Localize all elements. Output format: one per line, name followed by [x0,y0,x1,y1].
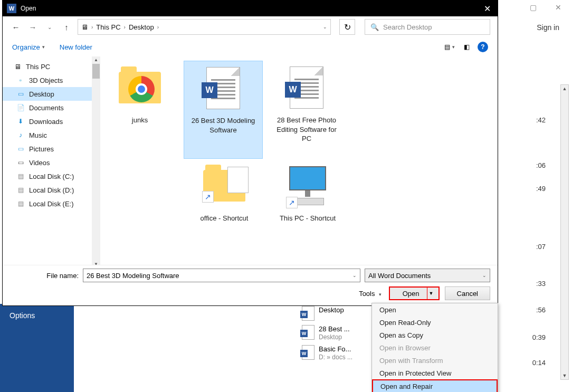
open-split-dropdown[interactable]: ▼ [427,288,435,299]
open-dropdown-menu: OpenOpen Read-OnlyOpen as CopyOpen in Br… [371,303,498,392]
menu-item-open[interactable]: Open [372,303,498,316]
file-label: 28 Best Free Photo Editing Software for … [272,116,341,144]
sign-in-link[interactable]: Sign in [503,15,572,32]
file-type-filter[interactable]: All Word Documents ⌄ [365,269,490,282]
sidebar-item-label: Documents [29,104,64,112]
dialog-titlebar[interactable]: W Open ✕ [3,1,498,16]
toolbar: Organize▾ New folder ▤ ▾ ◧ ? [3,37,498,56]
sidebar-item-desktop[interactable]: Desktop [3,87,100,101]
pc-shortcut-icon: ↗ [284,162,331,209]
sidebar-item-3d-objects[interactable]: 3D Objects [3,73,100,87]
folder-chrome-icon [116,64,164,111]
forward-button[interactable]: → [27,21,39,33]
filename-dropdown-icon[interactable]: ⌄ [352,273,357,278]
pc-icon [13,62,22,71]
sidebar-item-label: Videos [29,159,50,167]
sidebar-item-documents[interactable]: Documents [3,101,100,114]
menu-item-open-as-copy[interactable]: Open as Copy [372,329,498,341]
mus-icon [16,131,25,139]
folder-shortcut-icon: ↗ [201,162,248,209]
sidebar-tree: This PC3D ObjectsDesktopDocumentsDownloa… [3,56,100,267]
disk-icon [16,199,25,208]
file-item[interactable]: W26 Best 3D Modeling Software [184,61,263,159]
file-item[interactable]: ↗office - Shortcut [185,159,264,257]
sidebar-item-label: This PC [26,63,50,71]
parent-close-button[interactable]: ✕ [548,2,569,13]
file-item[interactable]: junks [100,61,179,159]
open-file-dialog: W Open ✕ ← → ⌄ ↑ 🖥 › This PC › Desktop ›… [2,0,498,306]
disk-icon [16,172,25,180]
menu-item-open-and-repair[interactable]: Open and Repair [372,379,498,392]
dialog-close-button[interactable]: ✕ [476,1,498,16]
new-folder-button[interactable]: New folder [60,43,92,51]
search-placeholder: Search Desktop [383,23,432,31]
address-dropdown-icon[interactable]: ⌄ [323,24,327,30]
word-doc-icon [302,345,314,360]
dialog-title: Open [21,5,36,12]
recent-chevron-icon[interactable]: ⌄ [44,21,55,33]
file-name-input[interactable]: 26 Best 3D Modeling Software ⌄ [83,269,360,282]
sidebar-item-local-disk-e-[interactable]: Local Disk (E:) [3,197,100,211]
dialog-footer: File name: 26 Best 3D Modeling Software … [3,265,498,305]
file-item[interactable]: ↗This PC - Shortcut [268,159,347,257]
parent-scrollbar[interactable]: ▲ ▼ [560,84,569,380]
pic-icon [16,145,25,153]
sidebar-item-label: Local Disk (D:) [29,186,74,194]
open-button[interactable]: Open ▼ [389,286,440,300]
chevron-down-icon: ⌄ [482,273,487,278]
desk-icon [16,90,25,98]
sidebar-item-local-disk-c-[interactable]: Local Disk (C:) [3,169,100,183]
tools-dropdown[interactable]: Tools ▾ [359,290,382,298]
scroll-down-button[interactable]: ▼ [561,372,568,379]
address-bar[interactable]: 🖥 › This PC › Desktop › ⌄ [78,19,331,35]
options-item[interactable]: Options [9,311,64,320]
sidebar-item-label: Desktop [29,90,54,98]
dl-icon [16,117,25,126]
word-icon: W [199,64,247,112]
up-button[interactable]: ↑ [61,21,72,33]
search-icon: 🔍 [370,23,379,31]
preview-pane-button[interactable]: ◧ [461,41,472,53]
refresh-button[interactable]: ↻ [339,19,355,35]
sidebar-item-this-pc[interactable]: This PC [3,60,100,73]
help-button[interactable]: ? [478,42,488,52]
nav-row: ← → ⌄ ↑ 🖥 › This PC › Desktop › ⌄ ↻ 🔍 Se… [3,16,498,37]
sidebar-item-videos[interactable]: Videos [3,156,100,169]
file-item[interactable]: W28 Best Free Photo Editing Software for… [267,61,346,159]
view-mode-button[interactable]: ▤ ▾ [444,41,455,53]
menu-item-open-with-transform: Open with Transform [372,354,498,367]
recent-files-peek: Desktop 28 Best ... Desktop Basic Fo... … [302,306,376,365]
sidebar-item-local-disk-d-[interactable]: Local Disk (D:) [3,183,100,197]
parent-maximize-button[interactable]: ▢ [522,2,544,13]
menu-item-open-in-browser: Open in Browser [372,341,498,354]
sidebar-item-pictures[interactable]: Pictures [3,142,100,156]
word-app-icon: W [7,4,16,13]
back-button[interactable]: ← [10,21,22,33]
sidebar-item-label: Local Disk (E:) [29,200,74,208]
file-label: 26 Best 3D Modeling Software [189,116,258,135]
search-input[interactable]: 🔍 Search Desktop [365,19,490,35]
sidebar-item-downloads[interactable]: Downloads [3,114,100,128]
disk-icon [16,186,25,194]
file-label: junks [132,116,148,125]
organize-button[interactable]: Organize▾ [12,43,45,51]
word-doc-icon [302,306,314,321]
sidebar-item-label: Local Disk (C:) [29,173,74,180]
word-icon: W [283,64,330,111]
sidebar-item-label: Downloads [29,118,63,126]
file-grid[interactable]: junksW26 Best 3D Modeling SoftwareW28 Be… [100,56,498,267]
menu-item-open-in-protected-view[interactable]: Open in Protected View [372,367,498,379]
cancel-button[interactable]: Cancel [445,286,490,300]
file-label: office - Shortcut [201,214,249,223]
sidebar-scrollbar[interactable]: ▲ ▼ [92,56,100,267]
scrollbar-thumb[interactable] [92,64,100,79]
menu-item-open-read-only[interactable]: Open Read-Only [372,316,498,329]
sidebar-item-music[interactable]: Music [3,128,100,142]
backstage-left-panel: Options [0,304,74,392]
sidebar-item-label: Music [29,131,47,139]
scroll-up-button[interactable]: ▲ [561,85,568,92]
sidebar-item-label: 3D Objects [29,77,63,84]
pc-icon: 🖥 [81,23,88,31]
file-label: This PC - Shortcut [280,214,336,223]
docs-icon [16,103,25,112]
